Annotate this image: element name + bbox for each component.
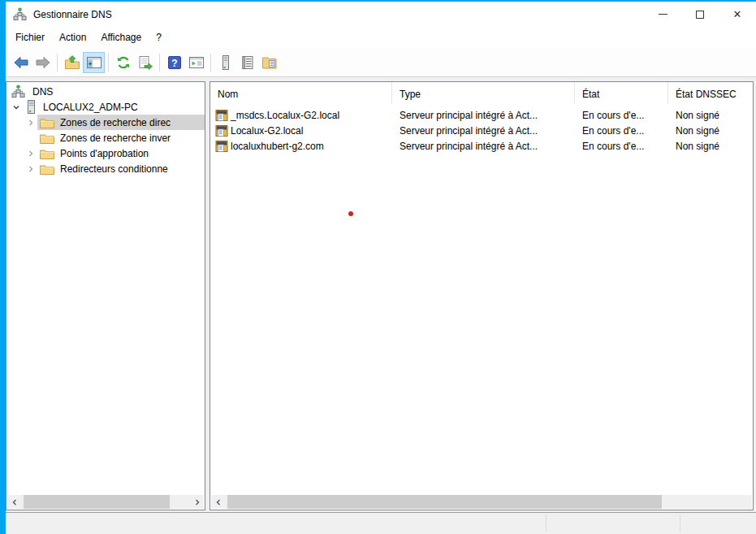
dns-zone-icon [215,109,228,122]
statusbar-divider [546,514,546,532]
show-console-tree-button[interactable] [83,52,105,73]
zone-name: localuxhubert-g2.com [231,141,324,152]
tree-item-dns-root[interactable]: DNS [6,84,205,99]
tree-label-forward-zones: Zones de recherche direc [58,117,172,128]
zone-name: Localux-G2.local [231,125,303,137]
folder-icon [40,117,54,128]
toolbar-separator [57,54,58,72]
maximize-button[interactable] [681,2,719,27]
console-tree-panel: DNS LOCALUX2_ADM-PC [6,81,205,510]
zone-type: Serveur principal intégré à Act... [392,125,575,137]
export-list-icon [137,54,153,71]
tree-item-server[interactable]: LOCALUX2_ADM-PC [6,99,205,115]
close-button[interactable]: ✕ [719,2,756,27]
chevron-right-icon[interactable] [24,163,37,176]
tree-horizontal-scrollbar[interactable] [7,495,204,509]
toolbar: ? [6,48,756,77]
menubar: Fichier Action Affichage ? [6,27,756,48]
list-icon [240,54,256,71]
forward-button[interactable] [32,52,54,73]
folder-icon [40,148,54,159]
column-header-etat[interactable]: État [575,82,668,104]
statusbar-divider [680,514,680,532]
zone-dnssec-state: Non signé [668,125,753,137]
help-button[interactable]: ? [163,52,185,73]
zone-name: _msdcs.Localux-G2.local [231,110,339,121]
scroll-left-arrow[interactable] [7,495,21,509]
list-header: Nom Type État État DNSSEC [210,82,753,104]
refresh-icon [115,54,132,71]
back-button[interactable] [10,52,32,73]
refresh-button[interactable] [112,52,134,73]
scroll-thumb[interactable] [24,495,170,509]
chevron-right-icon[interactable] [24,116,37,129]
dns-tree: DNS LOCALUX2_ADM-PC [6,84,205,495]
menu-affichage[interactable]: Affichage [93,28,149,46]
window-controls: ✕ [644,2,756,27]
server-status-button[interactable] [214,52,236,73]
scroll-right-arrow[interactable] [190,495,204,509]
clipboard-icon [261,54,278,71]
forward-arrow-icon [35,54,51,71]
record-list-button[interactable] [236,52,258,73]
paste-button[interactable] [258,52,280,73]
chevron-right-icon[interactable] [24,147,37,160]
scroll-thumb[interactable] [227,495,662,509]
column-header-nom[interactable]: Nom [210,82,392,104]
dns-root-icon [11,85,25,98]
menu-action[interactable]: Action [52,28,93,46]
minimize-icon [659,14,667,15]
toolbar-separator [159,54,160,72]
console-tree-icon [86,54,102,71]
tree-item-trust-points[interactable]: Points d'approbation [6,145,205,161]
zone-state: En cours d'e... [575,110,668,121]
help-icon: ? [166,54,183,71]
tree-label-reverse-zones: Zones de recherche inver [58,132,172,144]
column-header-type[interactable]: Type [392,82,575,104]
zone-row-localux-g2[interactable]: Localux-G2.local Serveur principal intég… [210,123,753,138]
tree-label-conditional-forwarders: Redirecteurs conditionne [58,163,170,175]
svg-text:?: ? [171,57,177,68]
zone-list-panel: Nom Type État État DNSSEC _msdcs.Localux… [210,81,754,510]
menu-fichier[interactable]: Fichier [8,28,52,46]
zone-row-msdcs[interactable]: _msdcs.Localux-G2.local Serveur principa… [210,107,753,123]
click-indicator-dot [348,211,353,216]
window-play-icon [188,54,205,71]
up-one-level-button[interactable] [61,52,83,73]
folder-icon [40,132,54,144]
minimize-button[interactable] [644,2,681,27]
tree-label-dns: DNS [31,86,54,98]
list-horizontal-scrollbar[interactable] [211,495,752,509]
chevron-down-icon[interactable] [10,101,23,114]
content-area: DNS LOCALUX2_ADM-PC [6,77,756,513]
tree-label-trust-points: Points d'approbation [58,148,150,159]
show-window-button[interactable] [185,52,207,73]
up-folder-icon [64,54,80,71]
window-title: Gestionnaire DNS [33,9,112,20]
back-arrow-icon [13,54,29,71]
dns-manager-window: Gestionnaire DNS ✕ Fichier Action Affich… [6,2,756,534]
dns-zone-icon [215,140,228,153]
zone-type: Serveur principal intégré à Act... [392,141,575,152]
server-icon [218,54,234,71]
tree-item-reverse-zones[interactable]: Zones de recherche inver [6,130,205,145]
scroll-left-arrow[interactable] [211,495,225,509]
toolbar-separator [210,54,211,72]
zone-list: _msdcs.Localux-G2.local Serveur principa… [210,107,753,154]
zone-row-localuxhubert[interactable]: localuxhubert-g2.com Serveur principal i… [210,138,753,154]
export-list-button[interactable] [134,52,156,73]
zone-type: Serveur principal intégré à Act... [392,110,575,121]
maximize-icon [696,11,704,19]
zone-dnssec-state: Non signé [668,110,753,121]
zone-state: En cours d'e... [575,125,668,137]
zone-state: En cours d'e... [575,141,668,152]
zone-dnssec-state: Non signé [668,141,753,152]
statusbar [6,513,756,534]
close-icon: ✕ [733,9,742,20]
tree-item-forward-zones[interactable]: Zones de recherche direc [6,115,205,130]
menu-help[interactable]: ? [149,28,169,46]
server-node-icon [26,100,37,114]
tree-label-server: LOCALUX2_ADM-PC [41,102,140,113]
column-header-etat-dnssec[interactable]: État DNSSEC [668,82,753,104]
tree-item-conditional-forwarders[interactable]: Redirecteurs conditionne [6,161,205,176]
